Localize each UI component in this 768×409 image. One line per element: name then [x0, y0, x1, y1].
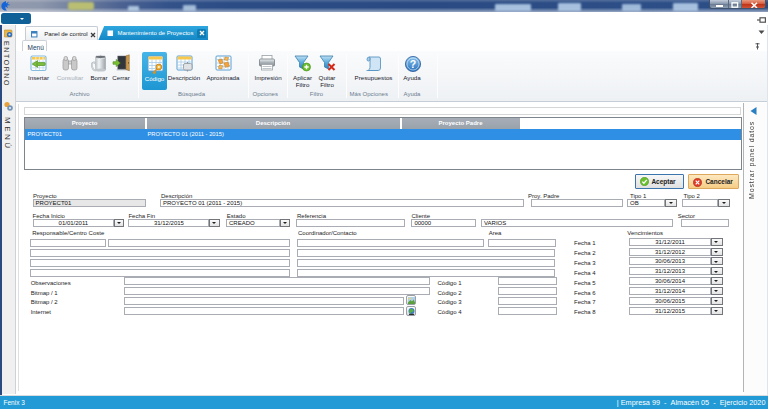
svg-text:?: ? — [409, 58, 415, 70]
